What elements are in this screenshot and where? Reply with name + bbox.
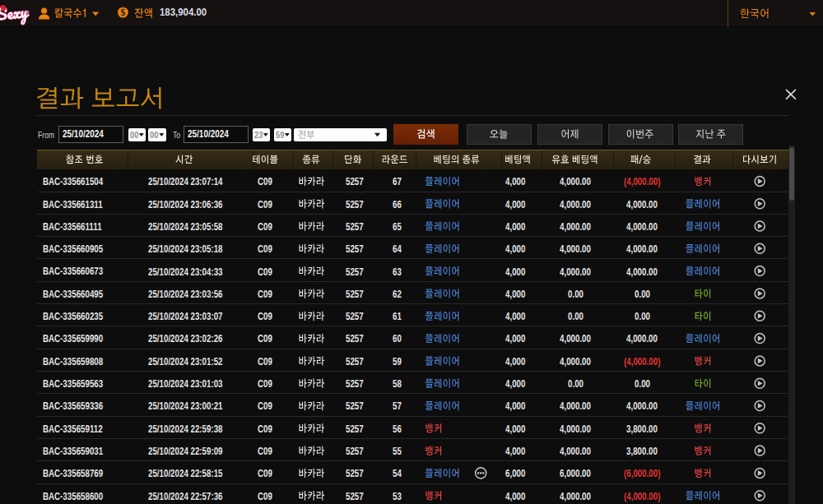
svg-text:$: $ [121,7,126,17]
